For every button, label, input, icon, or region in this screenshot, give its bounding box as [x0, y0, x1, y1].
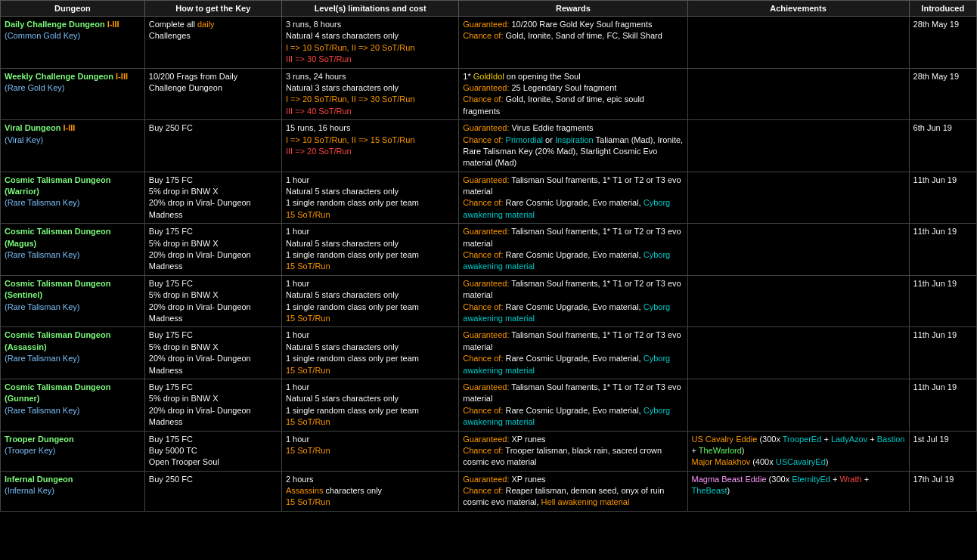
- key-cell: Complete all dailyChallenges: [144, 17, 281, 69]
- key-cell: Buy 175 FC 5% drop in BNW X 20% drop in …: [144, 327, 281, 379]
- table-row: Cosmic Talisman Dungeon (Assassin) (Rare…: [1, 327, 977, 379]
- key-cell: Buy 175 FC 5% drop in BNW X 20% drop in …: [144, 224, 281, 276]
- dungeon-name: Infernal Dungeon: [5, 475, 73, 484]
- levels-cell: 1 hour Natural 5 stars characters only 1…: [281, 172, 458, 224]
- rewards-cell: Guaranteed: Talisman Soul framents, 1* T…: [459, 327, 687, 379]
- key-cell: Buy 175 FC 5% drop in BNW X 20% drop in …: [144, 379, 281, 431]
- introduced-cell: 11th Jun 19: [909, 327, 976, 379]
- introduced-cell: 28th May 19: [909, 17, 976, 69]
- achievements-cell: Magma Beast Eddie (300x EternityEd + Wra…: [687, 471, 909, 511]
- achievements-cell: [687, 68, 909, 120]
- achievements-cell: [687, 379, 909, 431]
- rewards-cell: Guaranteed: Talisman Soul framents, 1* T…: [459, 172, 687, 224]
- dungeon-cell: Trooper Dungeon (Trooper Key): [1, 431, 145, 471]
- table-row: Trooper Dungeon (Trooper Key) Buy 175 FC…: [1, 431, 977, 471]
- header-achievements: Achievements: [687, 1, 909, 17]
- key-cell: Buy 250 FC: [144, 120, 281, 172]
- achievements-cell: [687, 327, 909, 379]
- rewards-cell: Guaranteed: XP runes Chance of: Reaper t…: [459, 471, 687, 511]
- levels-cell: 1 hour Natural 5 stars characters only 1…: [281, 327, 458, 379]
- levels-cell: 1 hour 15 SoT/Run: [281, 431, 458, 471]
- table-row: Cosmic Talisman Dungeon (Sentinel) (Rare…: [1, 275, 977, 327]
- achievements-cell: [687, 172, 909, 224]
- introduced-cell: 11th Jun 19: [909, 379, 976, 431]
- rewards-cell: Guaranteed: XP runes Chance of: Trooper …: [459, 431, 687, 471]
- dungeon-name: Viral Dungeon I-III: [5, 123, 75, 132]
- introduced-cell: 11th Jun 19: [909, 172, 976, 224]
- rewards-cell: 1* GoldIdol on opening the Soul Guarante…: [459, 68, 687, 120]
- rewards-cell: Guaranteed: Talisman Soul framents, 1* T…: [459, 224, 687, 276]
- table-row: Viral Dungeon I-III (Viral Key) Buy 250 …: [1, 120, 977, 172]
- dungeon-name: Cosmic Talisman Dungeon (Gunner): [5, 382, 110, 403]
- dungeon-cell: Cosmic Talisman Dungeon (Assassin) (Rare…: [1, 327, 145, 379]
- key-type: (Rare Gold Key): [5, 83, 64, 92]
- key-cell: Buy 175 FC 5% drop in BNW X 20% drop in …: [144, 275, 281, 327]
- levels-cell: 1 hour Natural 5 stars characters only 1…: [281, 379, 458, 431]
- introduced-cell: 11th Jun 19: [909, 275, 976, 327]
- dungeon-name: Daily Challenge Dungeon I-III: [5, 20, 119, 29]
- introduced-cell: 11th Jun 19: [909, 224, 976, 276]
- dungeon-cell: Daily Challenge Dungeon I-III (Common Go…: [1, 17, 145, 69]
- rewards-cell: Guaranteed: Virus Eddie fragments Chance…: [459, 120, 687, 172]
- key-type: (Rare Talisman Key): [5, 250, 79, 259]
- rewards-cell: Guaranteed: 10/200 Rare Gold Key Soul fr…: [459, 17, 687, 69]
- header-dungeon: Dungeon: [1, 1, 145, 17]
- achievements-cell: [687, 224, 909, 276]
- levels-cell: 2 hours Assassins characters only 15 SoT…: [281, 471, 458, 511]
- achievements-cell: [687, 17, 909, 69]
- key-type: (Common Gold Key): [5, 31, 80, 40]
- key-type: (Rare Talisman Key): [5, 302, 79, 311]
- achievements-cell: [687, 120, 909, 172]
- key-type: (Infernal Key): [5, 486, 54, 495]
- dungeon-cell: Viral Dungeon I-III (Viral Key): [1, 120, 145, 172]
- key-type: (Viral Key): [5, 135, 43, 144]
- introduced-cell: 28th May 19: [909, 68, 976, 120]
- introduced-cell: 6th Jun 19: [909, 120, 976, 172]
- rewards-cell: Guaranteed: Talisman Soul framents, 1* T…: [459, 379, 687, 431]
- dungeon-cell: Cosmic Talisman Dungeon (Sentinel) (Rare…: [1, 275, 145, 327]
- header-key: How to get the Key: [144, 1, 281, 17]
- achievements-cell: [687, 275, 909, 327]
- header-levels: Level(s) limitations and cost: [281, 1, 458, 17]
- dungeon-name: Cosmic Talisman Dungeon (Sentinel): [5, 279, 110, 299]
- dungeon-name: Trooper Dungeon: [5, 435, 74, 444]
- levels-cell: 3 runs, 24 hours Natural 3 stars charact…: [281, 68, 458, 120]
- levels-cell: 1 hour Natural 5 stars characters only 1…: [281, 275, 458, 327]
- key-cell: Buy 250 FC: [144, 471, 281, 511]
- dungeon-cell: Cosmic Talisman Dungeon (Gunner) (Rare T…: [1, 379, 145, 431]
- achievements-cell: US Cavalry Eddie (300x TrooperEd + LadyA…: [687, 431, 909, 471]
- rewards-cell: Guaranteed: Talisman Soul framents, 1* T…: [459, 275, 687, 327]
- key-type: (Rare Talisman Key): [5, 354, 79, 363]
- table-row: Daily Challenge Dungeon I-III (Common Go…: [1, 17, 977, 69]
- dungeon-cell: Cosmic Talisman Dungeon (Warrior) (Rare …: [1, 172, 145, 224]
- table-row: Cosmic Talisman Dungeon (Magus) (Rare Ta…: [1, 224, 977, 276]
- key-type: (Rare Talisman Key): [5, 406, 79, 415]
- dungeon-cell: Infernal Dungeon (Infernal Key): [1, 471, 145, 511]
- key-type: (Rare Talisman Key): [5, 198, 79, 207]
- key-cell: 10/200 Frags from DailyChallenge Dungeon: [144, 68, 281, 120]
- introduced-cell: 17th Jul 19: [909, 471, 976, 511]
- dungeon-cell: Weekly Challenge Dungeon I-III (Rare Gol…: [1, 68, 145, 120]
- table-row: Infernal Dungeon (Infernal Key) Buy 250 …: [1, 471, 977, 511]
- table-row: Weekly Challenge Dungeon I-III (Rare Gol…: [1, 68, 977, 120]
- dungeon-table: Dungeon How to get the Key Level(s) limi…: [0, 0, 977, 512]
- levels-cell: 15 runs, 16 hours I => 10 SoT/Run, II =>…: [281, 120, 458, 172]
- table-row: Cosmic Talisman Dungeon (Gunner) (Rare T…: [1, 379, 977, 431]
- levels-cell: 1 hour Natural 5 stars characters only 1…: [281, 224, 458, 276]
- dungeon-name: Cosmic Talisman Dungeon (Magus): [5, 227, 110, 247]
- dungeon-name: Weekly Challenge Dungeon I-III: [5, 72, 128, 81]
- key-type: (Trooper Key): [5, 446, 55, 455]
- dungeon-name: Cosmic Talisman Dungeon (Warrior): [5, 175, 110, 196]
- dungeon-cell: Cosmic Talisman Dungeon (Magus) (Rare Ta…: [1, 224, 145, 276]
- dungeon-name: Cosmic Talisman Dungeon (Assassin): [5, 330, 110, 351]
- header-introduced: Introduced: [909, 1, 976, 17]
- key-cell: Buy 175 FC 5% drop in BNW X 20% drop in …: [144, 172, 281, 224]
- header-rewards: Rewards: [459, 1, 687, 17]
- table-row: Cosmic Talisman Dungeon (Warrior) (Rare …: [1, 172, 977, 224]
- introduced-cell: 1st Jul 19: [909, 431, 976, 471]
- levels-cell: 3 runs, 8 hours Natural 4 stars characte…: [281, 17, 458, 69]
- key-cell: Buy 175 FC Buy 5000 TC Open Trooper Soul: [144, 431, 281, 471]
